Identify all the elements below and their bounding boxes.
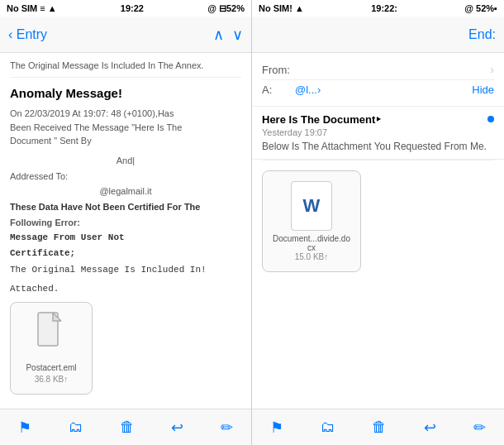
right-toolbar: ⚑ 🗂 🗑 ↩ ✏ xyxy=(252,409,504,445)
right-attachment-area: W Document...divide.docx 15.0 KB↑ xyxy=(252,160,504,282)
right-email-preview: Below Is The Attachment You Requested Fr… xyxy=(262,141,494,152)
right-battery: @ 52%▪ xyxy=(464,3,497,13)
right-email-header: From: › A: @l...› Hide xyxy=(252,53,504,107)
nav-arrows: ∧ ∨ xyxy=(213,26,243,44)
right-attachment-size: 15.0 KB↑ xyxy=(295,252,329,261)
email-original2: Attached. xyxy=(10,283,241,295)
left-status-bar: No SIM ≡ ▲ 19:22 @ ⊟52% xyxy=(0,0,251,17)
word-icon-box: W xyxy=(291,181,332,231)
right-wifi-icon: ▲ xyxy=(295,3,304,13)
right-email-subject: Here Is The Document‣ xyxy=(262,113,487,126)
left-folder-button[interactable]: 🗂 xyxy=(64,415,88,439)
email-error-mono1: Message From User Not xyxy=(10,232,241,244)
email-addressed: Addressed To: xyxy=(10,170,241,183)
to-value: @l...› xyxy=(295,84,472,96)
right-compose-button[interactable]: ✏ xyxy=(468,415,491,440)
email-body-text: These Data Have Not Been Certified For T… xyxy=(10,201,241,213)
right-email-item-header: Here Is The Document‣ xyxy=(262,113,494,126)
from-label: From: xyxy=(262,64,295,76)
email-original1: The Original Message Is Included In! xyxy=(10,264,241,276)
meta-line3: Document " Sent By xyxy=(10,136,92,146)
right-folder-button[interactable]: 🗂 xyxy=(316,415,340,439)
email-error-mono2: Certificate; xyxy=(10,247,241,260)
left-attachment[interactable]: Postacert.eml 36.8 KB↑ xyxy=(10,302,93,394)
right-email-list: Here Is The Document‣ Yesterday 19:07 Be… xyxy=(252,107,504,409)
email-subject: Anomaly Message! xyxy=(10,84,241,102)
hide-button[interactable]: Hide xyxy=(472,84,494,96)
to-row: A: @l...› Hide xyxy=(262,80,494,99)
word-icon: W xyxy=(303,195,321,217)
right-status-right: @ 52%▪ xyxy=(464,3,497,13)
left-trash-button[interactable]: 🗑 xyxy=(115,415,140,439)
right-flag-button[interactable]: ⚑ xyxy=(265,415,288,440)
right-attachment[interactable]: W Document...divide.docx 15.0 KB↑ xyxy=(262,170,361,272)
left-no-sim: No SIM ≡ xyxy=(7,3,45,13)
right-no-sim: No SIM! xyxy=(259,3,292,13)
left-toolbar: ⚑ 🗂 🗑 ↩ ✏ xyxy=(0,409,251,445)
annex-notice: The Original Message Is Included In The … xyxy=(10,60,241,78)
right-nav-bar: End: xyxy=(252,17,504,53)
left-status-left: No SIM ≡ ▲ xyxy=(7,3,57,13)
meta-line2: Been Received The Message "Here Is The xyxy=(10,122,182,132)
left-attachment-size: 36.8 KB↑ xyxy=(35,374,69,385)
email-following-error: Following Error: xyxy=(10,217,241,229)
nav-down-button[interactable]: ∨ xyxy=(232,26,243,44)
email-meta: On 22/03/2019 At 19:07: 48 (+0100),Has B… xyxy=(10,107,241,148)
left-battery: @ ⊟52% xyxy=(207,3,245,14)
left-compose-button[interactable]: ✏ xyxy=(216,415,238,440)
from-row: From: › xyxy=(262,60,494,80)
right-status-time: 19:22: xyxy=(371,3,397,13)
right-email-item[interactable]: Here Is The Document‣ Yesterday 19:07 Be… xyxy=(252,107,504,160)
email-and: And| xyxy=(10,155,241,167)
left-status-right: @ ⊟52% xyxy=(207,3,245,14)
left-attachment-name: Postacert.eml xyxy=(26,362,76,374)
from-expand-icon[interactable]: › xyxy=(490,63,494,76)
back-button[interactable]: ‹ Entry xyxy=(8,27,47,42)
unread-dot xyxy=(487,116,494,122)
left-wifi-icon: ▲ xyxy=(48,3,57,13)
file-icon xyxy=(36,311,66,358)
left-status-time: 19:22 xyxy=(121,3,144,13)
right-status-left: No SIM! ▲ xyxy=(259,3,304,13)
left-nav-bar: ‹ Entry ∧ ∨ xyxy=(0,17,251,53)
meta-line1: On 22/03/2019 At 19:07: 48 (+0100),Has xyxy=(10,108,174,118)
right-status-bar: No SIM! ▲ 19:22: @ 52%▪ xyxy=(252,0,504,17)
left-reply-button[interactable]: ↩ xyxy=(166,415,188,440)
right-email-time: Yesterday 19:07 xyxy=(262,127,494,137)
to-label: A: xyxy=(262,84,295,96)
right-trash-button[interactable]: 🗑 xyxy=(367,415,392,439)
right-panel: No SIM! ▲ 19:22: @ 52%▪ End: From: › A: … xyxy=(252,0,504,445)
right-reply-button[interactable]: ↩ xyxy=(419,415,441,440)
nav-up-button[interactable]: ∧ xyxy=(213,26,224,44)
email-legalmail: @legalmail.it xyxy=(10,185,241,198)
left-email-body: The Original Message Is Included In The … xyxy=(0,53,251,409)
right-end-button[interactable]: End: xyxy=(468,27,496,42)
left-panel: No SIM ≡ ▲ 19:22 @ ⊟52% ‹ Entry ∧ ∨ The … xyxy=(0,0,252,445)
left-flag-button[interactable]: ⚑ xyxy=(13,415,36,440)
right-attachment-name: Document...divide.docx xyxy=(273,234,350,252)
